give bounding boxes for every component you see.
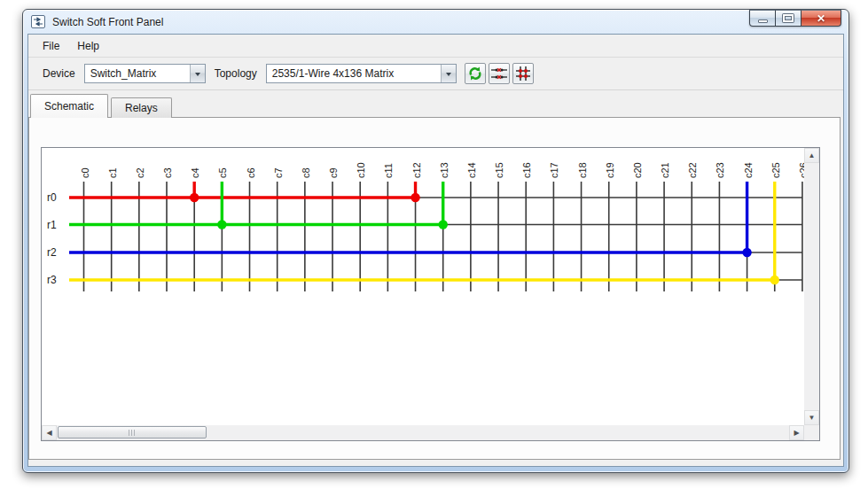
column-label-c23: c23 <box>715 162 725 178</box>
relay-matrix-button[interactable] <box>512 63 534 84</box>
relay-dot-r0-c4 <box>190 193 199 202</box>
column-label-c6: c6 <box>246 167 256 178</box>
row-label-r2: r2 <box>47 246 57 259</box>
relay-dot-r3-c25 <box>770 276 779 284</box>
row-label-r1: r1 <box>47 219 57 231</box>
column-label-c7: c7 <box>273 167 284 178</box>
toolbar: Device Switch_Matrix Topology 2535/1-Wir… <box>28 58 843 90</box>
column-label-c18: c18 <box>577 162 588 178</box>
column-label-c2: c2 <box>135 167 145 178</box>
window-controls: ✕ <box>749 10 841 27</box>
schematic-viewport: c0c1c2c3c4c5c6c7c8c9c10c11c12c13c14c15c1… <box>41 147 820 441</box>
chevron-down-icon <box>195 73 200 79</box>
minimize-button[interactable] <box>749 10 776 27</box>
horizontal-scrollbar[interactable]: ◀ ▶ <box>42 425 804 440</box>
app-icon <box>31 15 45 28</box>
chevron-down-icon <box>446 73 451 79</box>
relay-dot-r1-c13 <box>439 220 448 229</box>
horizontal-scroll-thumb[interactable] <box>58 426 207 439</box>
column-label-c14: c14 <box>466 162 477 178</box>
open-relays-icon <box>490 65 508 82</box>
refresh-icon <box>467 66 483 82</box>
column-label-c5: c5 <box>217 167 228 178</box>
topology-value: 2535/1-Wire 4x136 Matrix <box>267 67 441 80</box>
topology-dropdown-button[interactable] <box>441 65 456 82</box>
menu-item-file[interactable]: File <box>34 35 68 57</box>
minimize-icon <box>758 19 768 23</box>
device-value: Switch_Matrix <box>85 67 190 80</box>
relay-dot-r1-c5 <box>217 220 226 229</box>
window-title: Switch Soft Front Panel <box>52 16 163 28</box>
column-label-c25: c25 <box>770 162 781 178</box>
column-label-c8: c8 <box>301 167 311 178</box>
app-window: Switch Soft Front Panel ✕ FileHelp Devic… <box>22 9 849 473</box>
column-label-c22: c22 <box>687 162 698 178</box>
column-label-c17: c17 <box>549 162 559 178</box>
column-label-c11: c11 <box>383 163 394 178</box>
tab-strip: SchematicRelays <box>28 90 843 118</box>
maximize-icon <box>783 14 794 22</box>
schematic-canvas[interactable]: c0c1c2c3c4c5c6c7c8c9c10c11c12c13c14c15c1… <box>42 148 804 425</box>
scroll-down-button[interactable]: ▼ <box>804 410 819 425</box>
device-combobox[interactable]: Switch_Matrix <box>84 64 206 83</box>
column-label-c26: c26 <box>798 162 804 178</box>
row-label-r3: r3 <box>47 274 57 286</box>
column-label-c9: c9 <box>328 167 339 178</box>
column-label-c10: c10 <box>356 162 366 178</box>
topology-label: Topology <box>215 67 257 80</box>
column-label-c0: c0 <box>80 167 90 178</box>
scroll-thumb-grip <box>129 430 137 436</box>
column-label-c16: c16 <box>521 162 532 178</box>
device-dropdown-button[interactable] <box>190 65 205 82</box>
client-area: FileHelp Device Switch_Matrix Topology 2… <box>27 34 844 467</box>
tab-relays[interactable]: Relays <box>111 97 172 118</box>
menu-item-help[interactable]: Help <box>68 35 108 57</box>
title-bar[interactable]: Switch Soft Front Panel ✕ <box>23 10 848 34</box>
vertical-scrollbar[interactable]: ▲ ▼ <box>804 148 819 425</box>
relay-dot-r2-c24 <box>742 248 751 257</box>
column-label-c1: c1 <box>107 167 118 178</box>
topology-combobox[interactable]: 2535/1-Wire 4x136 Matrix <box>266 64 457 83</box>
row-label-r0: r0 <box>47 191 57 204</box>
column-label-c12: c12 <box>411 162 422 178</box>
column-label-c13: c13 <box>439 162 450 178</box>
maximize-button[interactable] <box>776 10 801 27</box>
column-label-c24: c24 <box>743 162 754 178</box>
tab-schematic[interactable]: Schematic <box>30 94 108 118</box>
column-label-c20: c20 <box>632 162 643 178</box>
column-label-c21: c21 <box>660 162 670 178</box>
menu-bar: FileHelp <box>28 35 843 58</box>
column-label-c19: c19 <box>605 162 615 178</box>
schematic-tab-page: c0c1c2c3c4c5c6c7c8c9c10c11c12c13c14c15c1… <box>28 117 841 460</box>
refresh-button[interactable] <box>465 63 486 84</box>
column-label-c3: c3 <box>162 167 173 178</box>
scroll-left-button[interactable]: ◀ <box>42 425 57 440</box>
open-all-relays-button[interactable] <box>489 63 510 84</box>
scroll-right-button[interactable]: ▶ <box>789 425 804 440</box>
matrix-grid-icon <box>514 65 532 82</box>
close-button[interactable]: ✕ <box>801 10 841 27</box>
scrollbar-corner <box>804 425 819 440</box>
column-label-c15: c15 <box>494 162 504 178</box>
close-icon: ✕ <box>817 13 825 24</box>
device-label: Device <box>43 67 75 80</box>
relay-dot-r0-c12 <box>411 193 419 202</box>
scroll-up-button[interactable]: ▲ <box>804 148 819 163</box>
column-label-c4: c4 <box>190 167 200 178</box>
